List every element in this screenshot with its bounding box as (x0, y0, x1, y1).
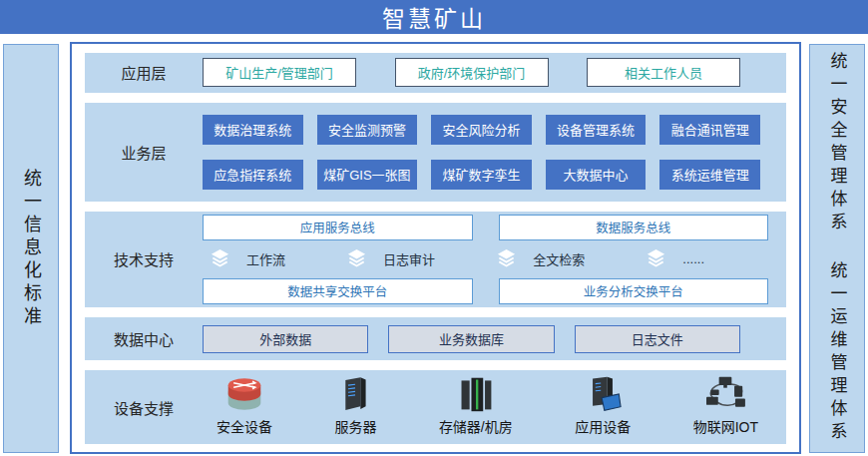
application-layer-row: 应用层 矿山生产/管理部门 政府/环境保护部门 相关工作人员 (85, 53, 786, 93)
biz-btn-data-governance: 数据治理系统 (203, 115, 303, 145)
biz-btn-gis-one-map: 煤矿GIS一张图 (317, 160, 418, 190)
device-support-items: 安全设备 服务器 (203, 375, 786, 440)
page-title: 智慧矿山 (0, 0, 868, 34)
business-layer-label: 业务层 (85, 142, 203, 163)
device-application-label: 应用设备 (575, 416, 631, 436)
data-service-bus: 数据服务总线 (499, 215, 769, 240)
business-row-2: 应急指挥系统 煤矿GIS一张图 煤矿数字孪生 大数据中心 系统运维管理 (203, 160, 760, 190)
server-icon (340, 375, 370, 413)
data-box-business-database: 业务数据库 (388, 325, 554, 353)
business-analysis-exchange-platform: 业务分析交换平台 (499, 278, 769, 304)
middleware-full-text-search-label: 全文检索 (533, 249, 585, 268)
device-server: 服务器 (334, 375, 376, 436)
biz-btn-risk-analysis: 安全风险分析 (431, 115, 532, 145)
middleware-log-audit-label: 日志审计 (383, 249, 435, 268)
right-pillar-label-security: 统一安全管理体系 (825, 52, 850, 235)
exchange-platform-row: 数据共享交换平台 业务分析交换平台 (203, 278, 768, 304)
business-layer-row: 业务层 数据治理系统 安全监测预警 安全风险分析 设备管理系统 融合通讯管理 应… (85, 103, 786, 202)
middleware-workflow-label: 工作流 (246, 249, 285, 268)
middleware-row: 工作流 日志审计 全文检索 (203, 247, 768, 271)
device-support-label: 设备支撑 (85, 397, 203, 418)
application-layer-label: 应用层 (85, 62, 203, 83)
device-storage-label: 存储器/机房 (439, 416, 513, 436)
data-center-label: 数据中心 (85, 328, 203, 349)
service-bus-row: 应用服务总线 数据服务总线 (203, 215, 768, 240)
left-pillar-unified-information-standard: 统一信息化标准 (3, 44, 59, 453)
data-sharing-exchange-platform: 数据共享交换平台 (203, 278, 473, 304)
app-box-mine-production: 矿山生产/管理部门 (203, 58, 356, 87)
biz-btn-safety-monitoring: 安全监测预警 (317, 115, 418, 145)
tech-support-content: 应用服务总线 数据服务总线 工作流 日志审计 (203, 215, 786, 304)
layers-icon (345, 248, 368, 269)
device-security: 安全设备 (217, 375, 272, 436)
middleware-log-audit: 日志审计 (345, 248, 435, 269)
security-device-icon (221, 375, 267, 413)
biz-btn-system-ops: 系统运维管理 (659, 160, 760, 190)
app-service-bus: 应用服务总线 (203, 215, 473, 240)
device-server-label: 服务器 (334, 416, 376, 436)
tech-support-label: 技术支持 (85, 248, 203, 269)
device-iot: 物联网IOT (693, 375, 758, 436)
architecture-main-panel: 应用层 矿山生产/管理部门 政府/环境保护部门 相关工作人员 业务层 数据治理系… (70, 42, 801, 454)
app-box-government-env: 政府/环境保护部门 (395, 58, 549, 87)
application-device-icon (583, 375, 623, 413)
biz-btn-converged-comms: 融合通讯管理 (659, 115, 760, 145)
business-layer-buttons: 数据治理系统 安全监测预警 安全风险分析 设备管理系统 融合通讯管理 应急指挥系… (203, 115, 786, 190)
tech-support-row: 技术支持 应用服务总线 数据服务总线 工作流 (85, 212, 786, 308)
middleware-more-label: ...... (682, 251, 704, 266)
device-iot-label: 物联网IOT (693, 416, 758, 436)
biz-btn-emergency-command: 应急指挥系统 (203, 160, 303, 190)
biz-btn-big-data-center: 大数据中心 (546, 160, 647, 190)
middleware-full-text-search: 全文检索 (495, 248, 585, 269)
device-storage: 存储器/机房 (439, 375, 513, 436)
biz-btn-device-management: 设备管理系统 (546, 115, 647, 145)
application-layer-boxes: 矿山生产/管理部门 政府/环境保护部门 相关工作人员 (203, 58, 786, 87)
layers-icon (209, 248, 231, 269)
right-pillar-unified-systems: 统一安全管理体系 统一运维管理体系 (809, 44, 865, 453)
iot-network-icon (703, 375, 747, 413)
business-row-1: 数据治理系统 安全监测预警 安全风险分析 设备管理系统 融合通讯管理 (203, 115, 760, 145)
smart-mine-architecture-diagram: 智慧矿山 统一信息化标准 统一安全管理体系 统一运维管理体系 应用层 矿山生产/… (0, 0, 868, 456)
data-center-boxes: 外部数据 业务数据库 日志文件 (203, 325, 786, 353)
biz-btn-digital-twin: 煤矿数字孪生 (431, 160, 532, 190)
middleware-workflow: 工作流 (209, 248, 285, 269)
app-box-related-staff: 相关工作人员 (587, 58, 740, 87)
device-support-row: 设备支撑 安全设备 (85, 370, 786, 444)
data-center-row: 数据中心 外部数据 业务数据库 日志文件 (85, 317, 786, 360)
right-pillar-label-ops: 统一运维管理体系 (825, 261, 850, 445)
layers-icon (495, 248, 518, 269)
middleware-more: ...... (645, 248, 704, 269)
device-security-label: 安全设备 (217, 416, 272, 436)
data-box-external-data: 外部数据 (203, 325, 368, 353)
storage-rack-icon (457, 375, 495, 413)
device-application: 应用设备 (575, 375, 631, 436)
data-box-log-files: 日志文件 (575, 325, 740, 353)
layers-icon (645, 248, 667, 269)
left-pillar-label: 统一信息化标准 (18, 169, 44, 329)
